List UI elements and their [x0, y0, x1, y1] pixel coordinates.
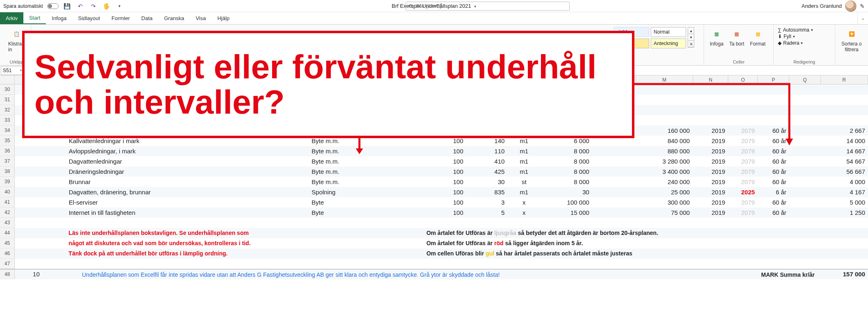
col-header[interactable]: R: [821, 75, 868, 84]
cell[interactable]: [309, 228, 424, 238]
sort-filter-button[interactable]: 🔽 Sortera o filtrera: [839, 27, 864, 53]
cell[interactable]: [592, 269, 612, 279]
cell[interactable]: [612, 166, 636, 177]
cell[interactable]: x: [507, 197, 541, 207]
cell[interactable]: 2019: [693, 187, 728, 197]
cell[interactable]: 54 667: [821, 156, 868, 166]
cell[interactable]: [15, 177, 42, 187]
avatar[interactable]: [845, 0, 857, 12]
row-header[interactable]: 47: [0, 259, 15, 269]
cell[interactable]: [612, 259, 636, 269]
cell[interactable]: något att diskutera och vad som bör unde…: [66, 238, 308, 248]
cell[interactable]: [507, 218, 541, 228]
cell[interactable]: Byte m.m.: [309, 146, 425, 156]
tab-data[interactable]: Data: [136, 12, 158, 24]
cell[interactable]: [43, 259, 66, 269]
cell[interactable]: 2079: [728, 207, 758, 218]
select-all-corner[interactable]: [0, 75, 15, 84]
row-header[interactable]: 39: [0, 177, 15, 187]
cell[interactable]: [612, 146, 636, 156]
cell[interactable]: 2019: [693, 177, 728, 187]
cell[interactable]: 100: [425, 177, 466, 187]
cell[interactable]: [15, 259, 42, 269]
cell[interactable]: [789, 207, 821, 218]
save-icon[interactable]: 💾: [63, 2, 72, 11]
cell[interactable]: [541, 218, 592, 228]
tab-granska[interactable]: Granska: [158, 12, 190, 24]
cell[interactable]: [593, 238, 612, 248]
tab-start[interactable]: Start: [23, 12, 46, 24]
cell[interactable]: [636, 269, 693, 279]
name-box[interactable]: S51 ▾: [1, 66, 24, 75]
cell[interactable]: [43, 269, 66, 279]
cell[interactable]: [43, 228, 66, 238]
row-header[interactable]: 48: [0, 269, 15, 279]
format-cells-button[interactable]: ▦ Format: [748, 27, 767, 48]
cell[interactable]: Byte: [309, 207, 425, 218]
cell[interactable]: m1: [507, 166, 541, 177]
cell[interactable]: 30: [541, 187, 592, 197]
cell[interactable]: 8 000: [541, 166, 592, 177]
cell[interactable]: [758, 248, 789, 259]
row-header[interactable]: 40: [0, 187, 15, 197]
cell[interactable]: [789, 218, 821, 228]
cell[interactable]: [758, 259, 789, 269]
cell[interactable]: El-serviser: [66, 197, 309, 207]
tab-formler[interactable]: Formler: [106, 12, 136, 24]
cell[interactable]: 14 000: [821, 136, 868, 146]
cell[interactable]: [15, 238, 42, 248]
cell[interactable]: [821, 248, 868, 259]
cell[interactable]: Brunnar: [66, 177, 309, 187]
cell[interactable]: [43, 177, 66, 187]
cell[interactable]: 240 000: [636, 177, 693, 187]
row-header[interactable]: 37: [0, 156, 15, 166]
gallery-scroll[interactable]: ▴ ▾ ⇲: [688, 27, 694, 48]
row-header[interactable]: 35: [0, 136, 15, 146]
undo-icon[interactable]: ↶: [76, 2, 85, 11]
cell[interactable]: 8 000: [541, 177, 592, 187]
cell[interactable]: 2019: [693, 197, 728, 207]
tab-hjalp[interactable]: Hjälp: [211, 12, 235, 24]
row-header[interactable]: 44: [0, 228, 15, 238]
cell[interactable]: [15, 156, 42, 166]
cell[interactable]: [789, 197, 821, 207]
search-input[interactable]: Sök (Alt+C): [406, 2, 570, 11]
row-header[interactable]: 32: [0, 105, 15, 115]
cell[interactable]: [693, 228, 728, 238]
cell[interactable]: [592, 197, 612, 207]
cell[interactable]: [612, 218, 636, 228]
cell[interactable]: [758, 238, 789, 248]
cell[interactable]: [612, 177, 636, 187]
tab-file[interactable]: Arkiv: [0, 12, 23, 24]
cell[interactable]: [466, 218, 507, 228]
cell[interactable]: 60 år: [758, 166, 789, 177]
cell[interactable]: [66, 259, 309, 269]
cell[interactable]: Internet in till fastigheten: [66, 207, 309, 218]
row-header[interactable]: 38: [0, 166, 15, 177]
cell[interactable]: [507, 259, 541, 269]
cell[interactable]: [309, 218, 425, 228]
cell[interactable]: 25 000: [636, 187, 693, 197]
cell[interactable]: 60 år: [758, 207, 789, 218]
row-header[interactable]: 43: [0, 218, 15, 228]
cell[interactable]: Om årtalet för Utföras är röd så ligger …: [424, 238, 467, 248]
cell[interactable]: 2 667: [821, 125, 868, 136]
cell[interactable]: [15, 166, 42, 177]
row-header[interactable]: 41: [0, 197, 15, 207]
cell[interactable]: 2019: [693, 207, 728, 218]
cell[interactable]: 157 000: [821, 269, 868, 279]
cell[interactable]: 410: [466, 156, 507, 166]
touch-mode-icon[interactable]: 🖐: [102, 2, 111, 11]
cell[interactable]: 14 667: [821, 146, 868, 156]
chevron-down-icon[interactable]: ▾: [688, 34, 694, 41]
cell[interactable]: Spolning: [309, 187, 425, 197]
cell[interactable]: 5 000: [821, 197, 868, 207]
cell[interactable]: 8 000: [541, 146, 592, 156]
cell[interactable]: 60 år: [758, 156, 789, 166]
cell[interactable]: 110: [466, 146, 507, 156]
cell[interactable]: 300 000: [636, 197, 693, 207]
cell[interactable]: [466, 259, 507, 269]
cell[interactable]: 2025: [728, 187, 758, 197]
cell[interactable]: [592, 218, 612, 228]
cell[interactable]: m1: [507, 187, 541, 197]
